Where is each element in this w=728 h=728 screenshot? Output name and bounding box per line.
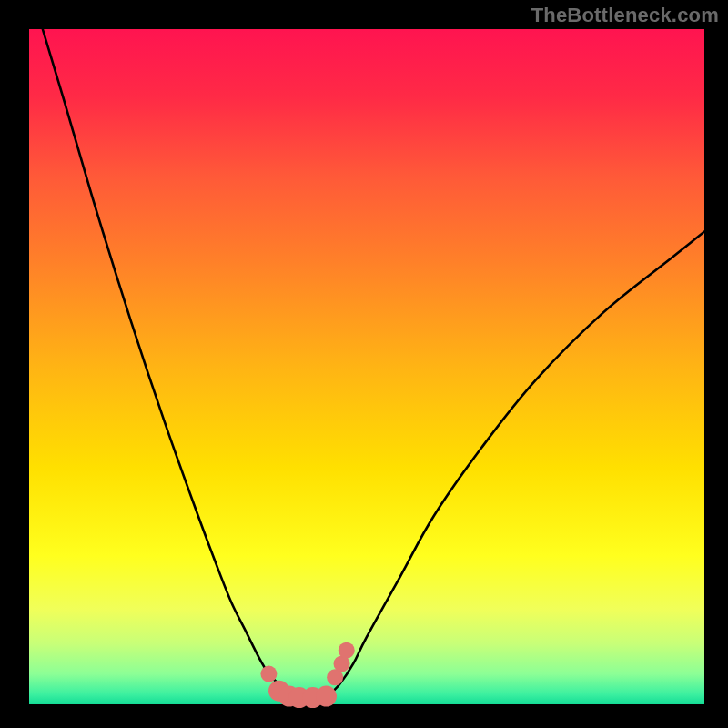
bottleneck-chart xyxy=(0,0,728,728)
chart-frame: TheBottleneck.com xyxy=(0,0,728,728)
optimal-marker xyxy=(316,686,337,707)
optimal-marker xyxy=(260,666,277,682)
plot-background xyxy=(29,29,704,704)
watermark-text: TheBottleneck.com xyxy=(531,4,719,27)
optimal-marker xyxy=(339,642,355,659)
